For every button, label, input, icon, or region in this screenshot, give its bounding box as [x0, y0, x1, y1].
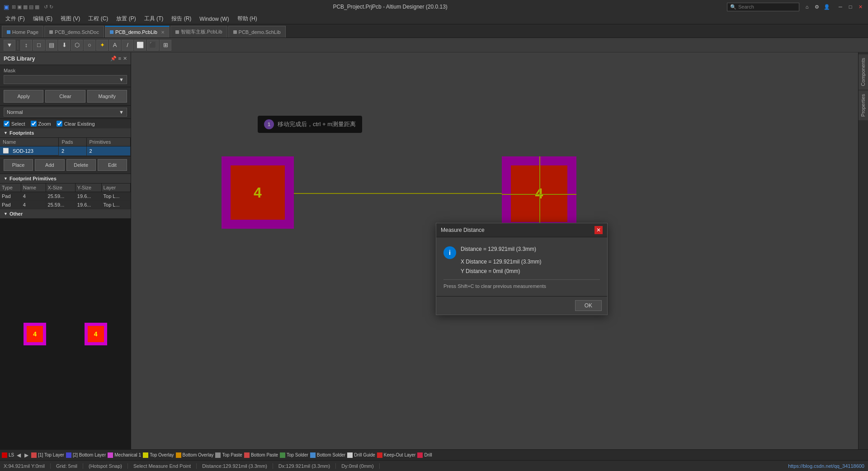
fill-toolbar-btn[interactable]: ⬛ — [147, 40, 159, 51]
layer-drill-guide[interactable]: Drill Guide — [347, 452, 375, 458]
layer-keepout[interactable]: Keep-Out Layer — [377, 452, 416, 458]
filter-toolbar-btn[interactable]: ▼ — [4, 40, 15, 51]
mask-dropdown[interactable]: ▼ — [4, 75, 127, 84]
prim-col-type[interactable]: Type — [0, 184, 21, 192]
magnify-button[interactable]: Magnify — [87, 90, 127, 103]
close-button[interactable]: ✕ — [856, 3, 864, 11]
normal-dropdown[interactable]: Normal ▼ — [4, 108, 127, 117]
panel-menu-icon[interactable]: ≡ — [118, 56, 121, 61]
canvas-area[interactable]: 1 移动完成后，ctrl + m测量距离 4 4 — [131, 52, 858, 449]
tab-zhiche[interactable]: 智能车主板.PcbLib — [170, 26, 227, 38]
panel-close-icon[interactable]: ✕ — [123, 56, 127, 61]
dialog-close-button[interactable]: ✕ — [594, 226, 603, 234]
apply-button[interactable]: Apply — [4, 90, 43, 103]
layer-nav-next[interactable]: ▶ — [24, 452, 29, 458]
checkbox-row: Select Zoom Clear Existing — [0, 119, 131, 128]
dialog-info-row: i Distance = 129.921mil (3.3mm) X Distan… — [443, 245, 600, 276]
search-box[interactable]: 🔍 — [727, 3, 799, 11]
tab-home[interactable]: Home Page — [2, 26, 43, 38]
fp-primitives-section-header[interactable]: ▼ Footprint Primitives — [0, 174, 131, 184]
bottom-paste-color — [244, 452, 250, 458]
layer-nav-prev[interactable]: ◀ — [16, 452, 22, 458]
select-checkbox[interactable] — [4, 121, 9, 127]
rect-toolbar-btn[interactable]: □ — [33, 40, 45, 51]
dialog-ok-button[interactable]: OK — [575, 300, 602, 311]
layer-drill[interactable]: Drill — [417, 452, 432, 458]
tab-dot — [49, 30, 53, 34]
layer-top[interactable]: [1] Top Layer — [31, 452, 64, 458]
grid-toolbar-btn[interactable]: ⊞ — [160, 40, 171, 51]
add-button[interactable]: Add — [35, 159, 64, 171]
menubar: 文件 (F) 编辑 (E) 视图 (V) 工程 (C) 放置 (P) 工具 (T… — [0, 14, 868, 24]
edit-button[interactable]: Edit — [98, 159, 127, 171]
fp-col-name[interactable]: Name — [0, 138, 59, 146]
prim-row[interactable]: Pad 4 25.59... 19.6... Top L... — [0, 200, 131, 209]
tab-close-icon[interactable]: ✕ — [161, 30, 165, 35]
menu-reports[interactable]: 报告 (R) — [168, 14, 195, 24]
prim-row[interactable]: Pad 4 25.59... 19.6... Top L... — [0, 192, 131, 200]
layer-top-overlay[interactable]: Top Overlay — [143, 452, 174, 458]
tab-pcblib[interactable]: PCB_demo.PcbLib ✕ — [105, 26, 170, 38]
panel-title: PCB Library — [4, 56, 35, 62]
menu-project[interactable]: 工程 (C) — [85, 14, 112, 24]
circle-toolbar-btn[interactable]: ○ — [84, 40, 95, 51]
import-toolbar-btn[interactable]: ⬇ — [58, 40, 70, 51]
fp-col-pads[interactable]: Pads — [59, 138, 86, 146]
text-toolbar-btn[interactable]: A — [109, 40, 121, 51]
panel-pin-icon[interactable]: 📌 — [110, 56, 117, 61]
clear-existing-checkbox[interactable] — [57, 121, 62, 127]
star-toolbar-btn[interactable]: ✦ — [96, 40, 108, 51]
layer-bottom-overlay[interactable]: Bottom Overlay — [176, 452, 214, 458]
fp-row[interactable]: ⬜ SOD-123 2 2 — [0, 146, 131, 156]
poly-toolbar-btn[interactable]: ⬡ — [71, 40, 83, 51]
layer-bottom-solder[interactable]: Bottom Solder — [310, 452, 345, 458]
footprints-section-header[interactable]: ▼ Footprints — [0, 128, 131, 138]
select-toolbar-btn[interactable]: ⬜ — [134, 40, 146, 51]
minimize-button[interactable]: ─ — [836, 3, 844, 11]
tab-schlib[interactable]: PCB_demo.SchLib — [228, 26, 286, 38]
top-overlay-color — [143, 452, 148, 458]
layer-mechanical[interactable]: Mechanical 1 — [108, 452, 141, 458]
footprints-table: Name Pads Primitives ⬜ SOD-123 2 2 — [0, 138, 131, 156]
line-toolbar-btn[interactable]: / — [122, 40, 133, 51]
blog-link[interactable]: https://blog.csdn.net/qq_34118600 — [788, 463, 864, 469]
layer-bottom[interactable]: [2] Bottom Layer — [66, 452, 106, 458]
prim-col-name[interactable]: Name — [21, 184, 46, 192]
status-message: Select Measure End Point — [133, 463, 197, 469]
properties-panel-tab[interactable]: Properties — [859, 90, 868, 120]
clear-button[interactable]: Clear — [45, 90, 85, 103]
layer-bottom-paste[interactable]: Bottom Paste — [244, 452, 278, 458]
account-icon[interactable]: 👤 — [823, 3, 831, 11]
fp-cell-pads: 2 — [59, 146, 86, 156]
settings-icon[interactable]: ⚙ — [813, 3, 821, 11]
bottom-solder-color — [310, 452, 316, 458]
search-input[interactable] — [738, 4, 793, 9]
layer-top-paste[interactable]: Top Paste — [215, 452, 242, 458]
bottom-layer-label: [2] Bottom Layer — [73, 452, 106, 457]
menu-file[interactable]: 文件 (F) — [2, 14, 28, 24]
layers-toolbar-btn[interactable]: ▤ — [46, 40, 57, 51]
other-section-header[interactable]: ▼ Other — [0, 209, 131, 219]
menu-window[interactable]: Window (W) — [196, 15, 232, 23]
delete-button[interactable]: Delete — [66, 159, 96, 171]
window-icons: ⊞ ▣ ▩ ▤ ▦ — [12, 4, 39, 10]
prim-col-layer[interactable]: Layer — [101, 184, 130, 192]
place-button[interactable]: Place — [4, 159, 33, 171]
tab-label: Home Page — [12, 29, 38, 35]
bottom-layer-color — [66, 452, 71, 458]
zoom-checkbox[interactable] — [31, 121, 37, 127]
layer-top-solder[interactable]: Top Solder — [280, 452, 308, 458]
menu-place[interactable]: 放置 (P) — [113, 14, 139, 24]
menu-view[interactable]: 视图 (V) — [57, 14, 84, 24]
menu-tools[interactable]: 工具 (T) — [141, 14, 167, 24]
menu-edit[interactable]: 编辑 (E) — [29, 14, 56, 24]
fp-col-primitives[interactable]: Primitives — [86, 138, 130, 146]
home-icon[interactable]: ⌂ — [803, 3, 811, 11]
route-toolbar-btn[interactable]: ↕ — [20, 40, 32, 51]
restore-button[interactable]: □ — [846, 3, 854, 11]
prim-col-xsize[interactable]: X-Size — [46, 184, 75, 192]
tab-schdoc[interactable]: PCB_demo.SchDoc — [44, 26, 104, 38]
prim-col-ysize[interactable]: Y-Size — [75, 184, 101, 192]
menu-help[interactable]: 帮助 (H) — [234, 14, 261, 24]
components-panel-tab[interactable]: Components — [859, 54, 868, 89]
